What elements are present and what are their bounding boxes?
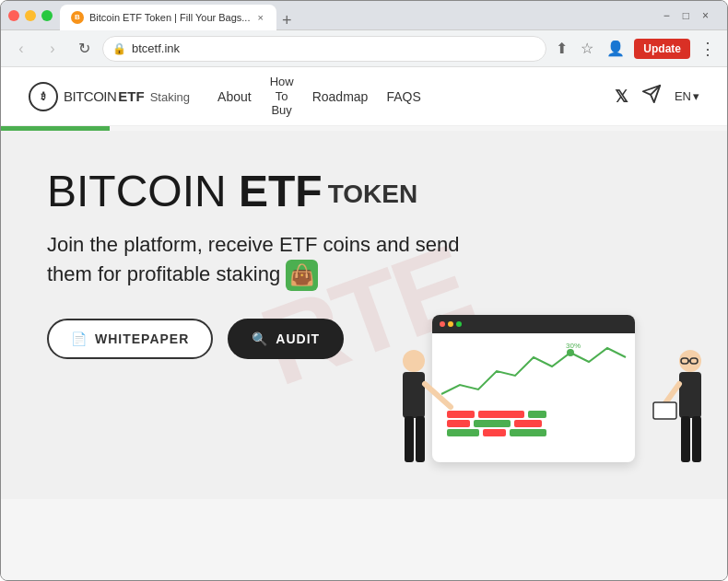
minimize-window-button[interactable] [25, 10, 36, 21]
svg-line-6 [425, 384, 451, 407]
wallet-emoji: 👜 [286, 260, 318, 292]
svg-rect-8 [416, 416, 425, 462]
browser-window: B Bitcoin ETF Token | Fill Your Bags... … [0, 0, 728, 581]
hero-title-etf: ETF [239, 167, 323, 215]
svg-rect-16 [681, 416, 690, 462]
address-actions: ⬆ ☆ 👤 Update ⋮ [552, 35, 720, 63]
tab-bar: B Bitcoin ETF Token | Fill Your Bags... … [60, 1, 645, 30]
url-bar[interactable]: 🔒 btcetf.ink [102, 36, 546, 62]
hero-section: RTE BITCOIN ETFTOKEN Join the platform, … [1, 131, 727, 499]
web-content: ₿ BITCOIN ETF Staking About How To Buy R… [1, 67, 727, 580]
hero-title-bitcoin: BITCOIN [47, 167, 227, 215]
document-icon: 📄 [71, 331, 88, 346]
x-twitter-icon[interactable]: 𝕏 [615, 87, 628, 107]
svg-rect-13 [679, 372, 701, 418]
tab-close-button[interactable]: × [255, 10, 264, 25]
nav-faqs[interactable]: FAQS [386, 89, 420, 104]
nav-links: About How To Buy Roadmap FAQS [217, 75, 596, 118]
data-rows [440, 407, 628, 440]
forward-button[interactable]: › [40, 36, 65, 62]
audit-icon: 🔍 [252, 331, 268, 346]
profile-icon[interactable]: 👤 [603, 36, 628, 61]
update-button[interactable]: Update [634, 39, 690, 59]
maximize-icon[interactable]: □ [683, 9, 689, 22]
hero-title-token: TOKEN [328, 180, 418, 208]
url-text: btcetf.ink [132, 41, 180, 55]
hero-buttons: 📄 WHITEPAPER 🔍 AUDIT [47, 319, 681, 359]
bookmark-icon[interactable]: ☆ [577, 36, 597, 61]
hero-subtitle: Join the platform, receive ETF coins and… [47, 231, 508, 292]
back-button[interactable]: ‹ [8, 36, 34, 62]
active-tab[interactable]: B Bitcoin ETF Token | Fill Your Bags... … [60, 5, 276, 30]
svg-rect-17 [692, 416, 701, 462]
logo-text: BITCOIN ETF Staking [64, 88, 190, 104]
hero-content: BITCOIN ETFTOKEN Join the platform, rece… [47, 168, 681, 359]
site-navbar: ₿ BITCOIN ETF Staking About How To Buy R… [1, 67, 727, 126]
svg-rect-5 [403, 372, 425, 418]
address-bar: ‹ › ↻ 🔒 btcetf.ink ⬆ ☆ 👤 Update ⋮ [1, 30, 727, 67]
nav-how-to-buy[interactable]: How To Buy [270, 75, 294, 118]
chevron-down-icon: ▾ [693, 89, 699, 103]
logo[interactable]: ₿ BITCOIN ETF Staking [29, 82, 190, 111]
lock-icon: 🔒 [112, 42, 126, 55]
logo-etf: ETF [118, 88, 144, 104]
minimize-icon[interactable]: − [663, 9, 670, 22]
menu-icon[interactable]: ⋮ [696, 35, 720, 63]
logo-icon: ₿ [29, 82, 58, 111]
window-chrome-buttons: − □ × [652, 9, 720, 22]
whitepaper-button[interactable]: 📄 WHITEPAPER [47, 319, 213, 359]
refresh-button[interactable]: ↻ [71, 36, 97, 62]
window-controls [8, 10, 53, 21]
close-window-button[interactable] [8, 10, 19, 21]
audit-button[interactable]: 🔍 AUDIT [228, 319, 344, 359]
nav-about[interactable]: About [217, 89, 252, 104]
language-selector[interactable]: EN ▾ [675, 89, 699, 103]
nav-roadmap[interactable]: Roadmap [312, 89, 369, 104]
logo-staking: Staking [150, 90, 190, 104]
svg-rect-7 [405, 416, 414, 462]
logo-bitcoin: BITCOIN [64, 88, 116, 104]
hero-title: BITCOIN ETFTOKEN [47, 168, 681, 216]
title-bar: B Bitcoin ETF Token | Fill Your Bags... … [1, 1, 727, 30]
new-tab-button[interactable]: + [276, 11, 298, 30]
nav-right-actions: 𝕏 EN ▾ [615, 84, 699, 109]
tab-title: Bitcoin ETF Token | Fill Your Bags... [89, 12, 250, 23]
tab-favicon: B [71, 11, 84, 24]
maximize-window-button[interactable] [41, 10, 53, 21]
svg-rect-15 [653, 402, 676, 419]
telegram-icon[interactable] [641, 84, 662, 109]
close-icon[interactable]: × [702, 9, 709, 22]
share-icon[interactable]: ⬆ [552, 36, 571, 61]
